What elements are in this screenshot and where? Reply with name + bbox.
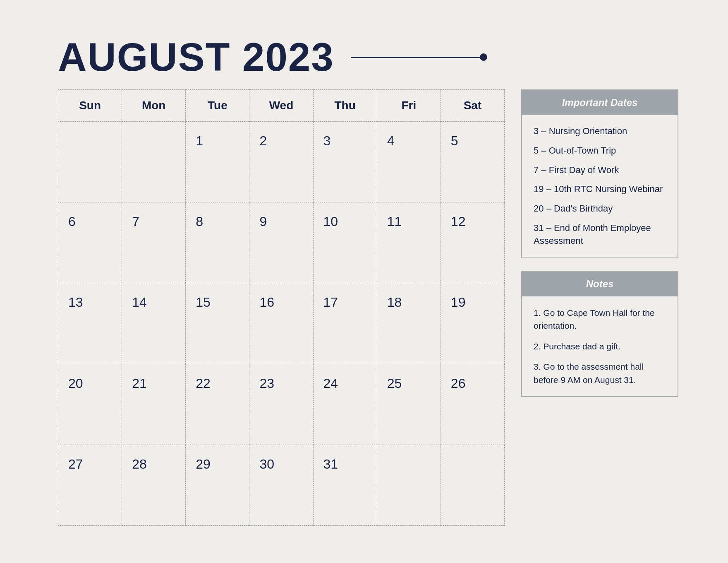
day-header-fri: Fri xyxy=(377,90,441,122)
notes-item-0: 1. Go to Cape Town Hall for the orientat… xyxy=(534,306,666,332)
important-dates-body: 3 – Nursing Orientation5 – Out-of-Town T… xyxy=(522,115,678,257)
important-date-item-4: 20 – Dad's Birthday xyxy=(534,202,666,215)
calendar-day-3-1: 21 xyxy=(122,364,186,445)
page-title: AUGUST 2023 xyxy=(58,37,334,77)
content-row: Sun Mon Tue Wed Thu Fri Sat 123456789101… xyxy=(58,89,678,526)
calendar-day-4-3: 30 xyxy=(249,445,313,525)
top-section: AUGUST 2023 xyxy=(58,37,678,77)
day-header-tue: Tue xyxy=(186,90,249,122)
calendar-day-3-5: 25 xyxy=(377,364,441,445)
calendar-day-0-5: 4 xyxy=(377,122,441,202)
calendar-day-1-6: 12 xyxy=(441,202,504,283)
calendar-day-0-0 xyxy=(58,122,122,202)
calendar-section: Sun Mon Tue Wed Thu Fri Sat 123456789101… xyxy=(58,89,505,526)
calendar-day-4-5 xyxy=(377,445,441,525)
calendar-day-0-3: 2 xyxy=(249,122,313,202)
calendar-day-4-4: 31 xyxy=(313,445,377,525)
calendar-day-4-2: 29 xyxy=(186,445,249,525)
notes-body: 1. Go to Cape Town Hall for the orientat… xyxy=(522,296,678,397)
calendar-header-row: Sun Mon Tue Wed Thu Fri Sat xyxy=(58,90,505,122)
title-line xyxy=(351,57,678,58)
calendar-day-1-5: 11 xyxy=(377,202,441,283)
important-date-item-2: 7 – First Day of Work xyxy=(534,164,666,177)
calendar-table: Sun Mon Tue Wed Thu Fri Sat 123456789101… xyxy=(58,89,505,526)
calendar-day-0-1 xyxy=(122,122,186,202)
notes-item-2: 3. Go to the assessment hall before 9 AM… xyxy=(534,360,666,386)
important-dates-title: Important Dates xyxy=(562,97,638,108)
calendar-day-2-5: 18 xyxy=(377,283,441,364)
calendar-day-3-3: 23 xyxy=(249,364,313,445)
important-dates-box: Important Dates 3 – Nursing Orientation5… xyxy=(521,89,678,258)
important-date-item-3: 19 – 10th RTC Nursing Webinar xyxy=(534,183,666,196)
notes-title: Notes xyxy=(586,278,614,289)
calendar-day-2-0: 13 xyxy=(58,283,122,364)
important-date-item-1: 5 – Out-of-Town Trip xyxy=(534,144,666,157)
line-decoration xyxy=(351,57,483,58)
calendar-day-4-6 xyxy=(441,445,504,525)
calendar-day-3-6: 26 xyxy=(441,364,504,445)
calendar-day-2-1: 14 xyxy=(122,283,186,364)
calendar-week-3: 20212223242526 xyxy=(58,364,505,445)
calendar-day-2-4: 17 xyxy=(313,283,377,364)
calendar-day-1-4: 10 xyxy=(313,202,377,283)
important-date-item-5: 31 – End of Month Employee Assessment xyxy=(534,222,666,248)
calendar-day-2-2: 15 xyxy=(186,283,249,364)
calendar-week-0: 12345 xyxy=(58,122,505,202)
notes-header: Notes xyxy=(522,272,678,296)
calendar-week-2: 13141516171819 xyxy=(58,283,505,364)
page-container: AUGUST 2023 Sun Mon Tue Wed Thu Fri Sat xyxy=(33,21,695,542)
day-header-thu: Thu xyxy=(313,90,377,122)
calendar-day-3-2: 22 xyxy=(186,364,249,445)
calendar-day-0-2: 1 xyxy=(186,122,249,202)
calendar-day-1-3: 9 xyxy=(249,202,313,283)
important-dates-header: Important Dates xyxy=(522,90,678,115)
notes-item-1: 2. Purchase dad a gift. xyxy=(534,340,666,353)
calendar-day-0-4: 3 xyxy=(313,122,377,202)
calendar-day-3-4: 24 xyxy=(313,364,377,445)
day-header-wed: Wed xyxy=(249,90,313,122)
day-header-sun: Sun xyxy=(58,90,122,122)
calendar-day-2-6: 19 xyxy=(441,283,504,364)
right-panel: Important Dates 3 – Nursing Orientation5… xyxy=(521,89,678,526)
calendar-day-4-1: 28 xyxy=(122,445,186,525)
calendar-day-0-6: 5 xyxy=(441,122,504,202)
notes-box: Notes 1. Go to Cape Town Hall for the or… xyxy=(521,271,678,397)
calendar-day-2-3: 16 xyxy=(249,283,313,364)
calendar-week-4: 2728293031 xyxy=(58,445,505,525)
calendar-day-1-2: 8 xyxy=(186,202,249,283)
important-date-item-0: 3 – Nursing Orientation xyxy=(534,125,666,138)
calendar-day-4-0: 27 xyxy=(58,445,122,525)
calendar-day-3-0: 20 xyxy=(58,364,122,445)
calendar-day-1-1: 7 xyxy=(122,202,186,283)
day-header-mon: Mon xyxy=(122,90,186,122)
calendar-week-1: 6789101112 xyxy=(58,202,505,283)
calendar-day-1-0: 6 xyxy=(58,202,122,283)
day-header-sat: Sat xyxy=(441,90,504,122)
